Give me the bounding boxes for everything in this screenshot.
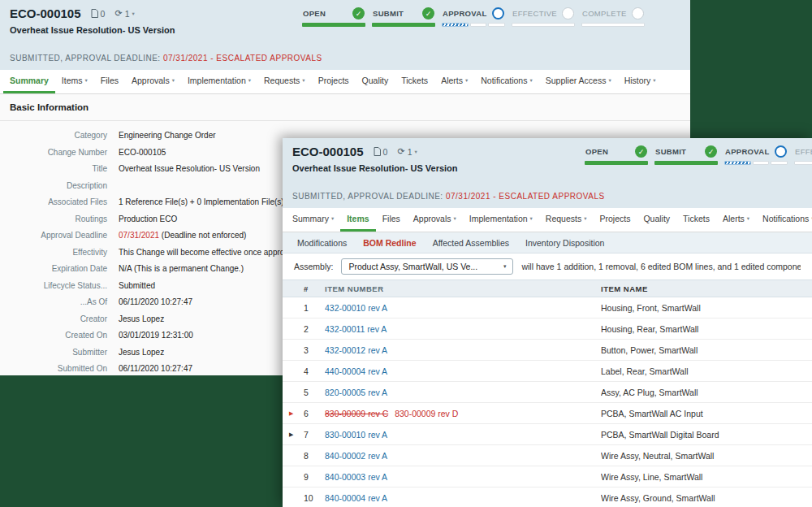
subtab-affected-assemblies[interactable]: Affected Assemblies	[425, 238, 517, 248]
field-value: Jesus Lopez	[119, 312, 164, 329]
workflow-step-complete: COMPLETE	[581, 7, 645, 27]
workflow-step-label: EFFECTIVE	[795, 147, 812, 156]
tab-implementation[interactable]: Implementation▾	[181, 70, 257, 93]
workflow-step-submit: SUBMIT✓	[372, 7, 435, 27]
tab-quality[interactable]: Quality	[356, 70, 395, 93]
tab-files[interactable]: Files	[376, 208, 407, 232]
row-number: 4	[304, 366, 325, 376]
tab-requests[interactable]: Requests▾	[257, 70, 312, 93]
field-label: Expiration Date	[0, 262, 107, 279]
item-number-link[interactable]: 432-00011 rev A	[325, 324, 387, 334]
check-circle-icon: ✓	[635, 145, 647, 158]
assembly-select[interactable]: Product Assy, SmartWall, US Ve... ▾	[341, 258, 513, 275]
expand-row-icon[interactable]: ▶	[289, 431, 304, 438]
tab-label: Tickets	[401, 76, 428, 85]
item-link-old-rev[interactable]: 830-00009 rev C	[325, 409, 388, 418]
status-banner: SUBMITTED, APPROVAL DEADLINE: 07/31/2021…	[10, 54, 322, 63]
tab-files[interactable]: Files	[94, 70, 125, 93]
tab-label: Files	[382, 214, 400, 223]
item-name: PCBA, SmartWall AC Input	[601, 409, 812, 418]
field-value-text: 03/01/2019 12:31:00	[119, 331, 193, 340]
revisions-icon: ⟳	[397, 147, 404, 156]
workflow-step-label: APPROVAL	[725, 147, 769, 156]
pending-step-circle-icon	[632, 7, 644, 20]
table-row: 1432-00010 rev AHousing, Front, SmartWal…	[283, 297, 812, 318]
tab-approvals[interactable]: Approvals▾	[125, 70, 181, 93]
tab-supplier-access[interactable]: Supplier Access▾	[539, 70, 618, 93]
item-number-link[interactable]: 440-00004 rev A	[325, 366, 387, 376]
attachments-indicator[interactable]: 0	[374, 147, 388, 157]
field-label: Associated Files	[0, 195, 107, 212]
field-value-text: 06/11/2020 10:27:47	[119, 364, 192, 373]
workflow-step-label: APPROVAL	[443, 9, 486, 18]
workflow-step-bar	[302, 23, 365, 27]
tab-implementation[interactable]: Implementation▾	[463, 208, 539, 232]
tab-requests[interactable]: Requests▾	[539, 208, 594, 232]
item-link-new-rev[interactable]: 830-00009 rev D	[395, 409, 458, 418]
row-number: 7	[304, 430, 325, 440]
item-number-link[interactable]: 840-00003 rev A	[325, 472, 387, 482]
tab-items[interactable]: Items	[340, 208, 375, 232]
pending-step-circle-icon	[562, 7, 574, 20]
row-number: 2	[304, 324, 325, 334]
subtab-modifications[interactable]: Modifications	[289, 238, 355, 248]
tab-label: Approvals	[413, 214, 451, 223]
item-number-link[interactable]: 432-00010 rev A	[325, 303, 387, 313]
item-number-link[interactable]: 432-00012 rev A	[325, 345, 387, 355]
field-value-text: Overheat Issue Resolution- US Version	[119, 164, 260, 173]
record-title: ECO-000105	[292, 145, 364, 158]
tab-alerts[interactable]: Alerts▾	[434, 70, 474, 93]
tab-notifications[interactable]: Notifications▾	[474, 70, 538, 93]
row-number: 5	[304, 388, 325, 397]
field-label: Submitted On	[0, 362, 107, 375]
field-value: Engineering Change Order	[119, 128, 216, 145]
workflow-step-label: SUBMIT	[655, 147, 686, 156]
expand-row-icon[interactable]: ▶	[289, 410, 304, 417]
chevron-down-icon: ▾	[132, 11, 134, 17]
tab-items[interactable]: Items▾	[55, 70, 94, 93]
field-value-text: Jesus Lopez	[119, 348, 164, 357]
revisions-indicator[interactable]: ⟳ 1 ▾	[114, 9, 134, 19]
tab-approvals[interactable]: Approvals▾	[407, 208, 463, 232]
item-number-link[interactable]: 840-00004 rev A	[325, 493, 387, 503]
tab-label: Requests	[546, 214, 581, 223]
status-banner-highlight: 07/31/2021 - ESCALATED APPROVALS	[446, 192, 605, 201]
workflow-step-label: EFFECTIVE	[512, 9, 557, 18]
item-number-link[interactable]: 830-00010 rev A	[325, 430, 387, 440]
tab-tickets[interactable]: Tickets	[395, 70, 434, 93]
tab-tickets[interactable]: Tickets	[676, 208, 716, 232]
tab-notifications[interactable]: Notifications▾	[756, 208, 812, 232]
chevron-down-icon: ▾	[653, 77, 655, 84]
bom-table-body: 1432-00010 rev AHousing, Front, SmartWal…	[283, 297, 812, 507]
tab-summary[interactable]: Summary	[3, 70, 55, 93]
tab-summary[interactable]: Summary▾	[286, 208, 340, 232]
item-number-link[interactable]: 840-00002 rev A	[325, 451, 387, 461]
revisions-indicator[interactable]: ⟳ 1 ▾	[397, 147, 417, 157]
tab-label: Items	[62, 76, 83, 85]
workflow-step-approval: APPROVAL	[442, 7, 505, 27]
field-label: Created On	[0, 328, 107, 345]
tab-alerts[interactable]: Alerts▾	[716, 208, 756, 232]
chevron-down-icon: ▾	[331, 215, 334, 222]
tab-label: Summary	[10, 76, 49, 85]
workflow-step-bar	[724, 161, 788, 165]
workflow-step-bar	[794, 161, 812, 165]
tab-label: Supplier Access	[546, 76, 607, 85]
field-label: Approval Deadline	[0, 228, 107, 245]
item-number-link[interactable]: 820-00005 rev A	[325, 388, 387, 397]
column-header-item-number: ITEM NUMBER	[325, 284, 601, 293]
field-label: ...As Of	[0, 295, 107, 312]
tab-history[interactable]: History▾	[618, 70, 663, 93]
field-value: Overheat Issue Resolution- US Version	[119, 162, 260, 179]
check-circle-icon: ✓	[352, 7, 365, 20]
item-name: Wire Assy, Line, SmartWall	[601, 472, 812, 482]
tab-projects[interactable]: Projects	[312, 70, 356, 93]
tab-projects[interactable]: Projects	[593, 208, 637, 232]
field-value: Submitted	[119, 279, 155, 296]
tab-quality[interactable]: Quality	[637, 208, 676, 232]
row-number: 8	[304, 451, 325, 461]
workflow-step-bar	[372, 23, 435, 27]
attachments-indicator[interactable]: 0	[91, 9, 106, 19]
subtab-bom-redline[interactable]: BOM Redline	[355, 238, 424, 248]
subtab-inventory-disposition[interactable]: Inventory Disposition	[517, 238, 612, 248]
